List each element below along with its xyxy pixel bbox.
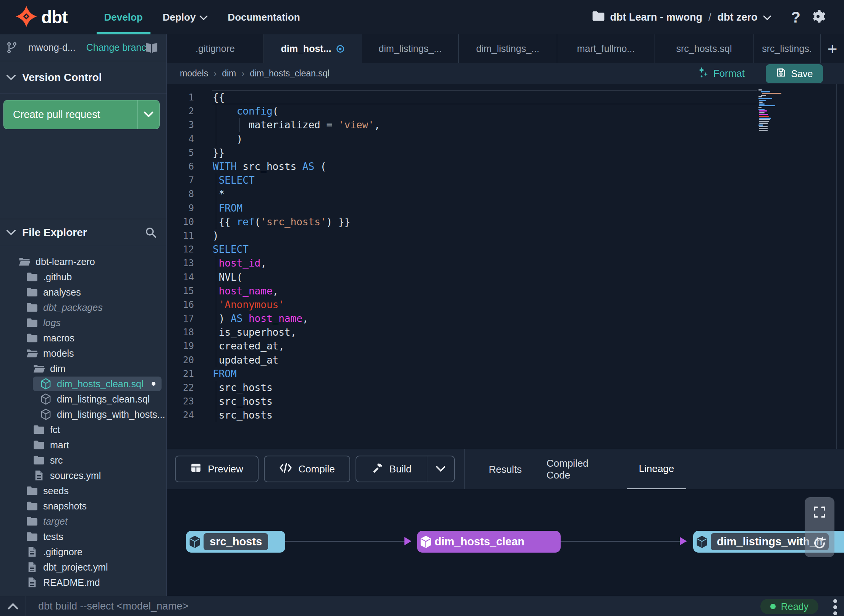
minimap-line — [761, 95, 766, 96]
code-line[interactable]: 10 {{ ref('src_hosts') }} — [167, 215, 844, 229]
code-line[interactable]: 21FROM — [167, 367, 844, 381]
dbt-logo[interactable]: dbt — [15, 5, 68, 29]
create-pull-request-button[interactable]: Create pull request — [3, 100, 160, 129]
file-tree-label: fct — [50, 424, 60, 435]
file-tree-item[interactable]: dbt-learn-zero — [0, 254, 167, 269]
file-icon — [26, 577, 38, 588]
file-tree-item[interactable]: dbt_packages — [0, 300, 167, 315]
new-tab-button[interactable]: + — [821, 34, 844, 63]
compile-label: Compile — [298, 463, 335, 475]
file-tab[interactable]: .gitignore — [167, 34, 264, 63]
file-tree-item[interactable]: src — [0, 453, 167, 468]
file-tree-item[interactable]: macros — [0, 330, 167, 346]
nav-item-label: Documentation — [228, 11, 300, 23]
file-tabs: .gitignoredim_host...dim_listings_...dim… — [167, 34, 821, 63]
code-line[interactable]: 14 NVL( — [167, 270, 844, 284]
change-branch-link[interactable]: Change branch — [86, 42, 152, 53]
code-line[interactable]: 1{{ — [167, 91, 844, 104]
file-tree-item[interactable]: dbt_project.yml — [0, 559, 167, 575]
file-tree-item[interactable]: dim_listings_clean.sql — [0, 391, 167, 407]
tab-compiled-code[interactable]: Compiled Code — [546, 449, 614, 490]
indent-guide — [216, 381, 216, 422]
breadcrumb-item[interactable]: dim — [222, 68, 236, 79]
file-tree-item[interactable]: fct — [0, 422, 167, 437]
version-control-section[interactable]: Version Control — [0, 61, 167, 94]
file-tab[interactable]: src_hosts.sql — [655, 34, 753, 63]
minimap[interactable] — [758, 89, 781, 131]
file-tab[interactable]: dim_host... — [264, 34, 362, 63]
code-line[interactable]: 23 src_hosts — [167, 394, 844, 408]
code-line[interactable]: 19 created_at, — [167, 339, 844, 353]
build-dropdown-caret[interactable] — [427, 456, 454, 482]
code-line[interactable]: 6WITH src_hosts AS ( — [167, 160, 844, 173]
build-button[interactable]: Build — [356, 456, 427, 482]
fullscreen-icon[interactable] — [813, 506, 826, 520]
gear-icon[interactable] — [810, 9, 826, 26]
file-tab[interactable]: dim_listings_... — [459, 34, 557, 63]
preview-button[interactable]: Preview — [175, 456, 259, 482]
file-tree-item[interactable]: sources.yml — [0, 468, 167, 483]
lineage-canvas[interactable]: src_hosts dim_hosts_clean dim_listings_w… — [167, 489, 844, 596]
code-line[interactable]: 17 ) AS host_name, — [167, 312, 844, 325]
search-icon[interactable] — [145, 226, 157, 239]
file-tree-item[interactable]: dim_listings_with_hosts... — [0, 407, 167, 422]
branch-name: mwong-d... — [28, 42, 76, 53]
file-tree-item[interactable]: tests — [0, 529, 167, 544]
file-tree-item[interactable]: dim_hosts_clean.sql — [0, 376, 167, 391]
save-button[interactable]: Save — [766, 64, 823, 83]
file-tab[interactable]: dim_listings_... — [362, 34, 459, 63]
pr-dropdown-caret[interactable] — [138, 100, 159, 129]
tab-results[interactable]: Results — [489, 449, 522, 490]
file-icon — [26, 562, 38, 572]
project-selector[interactable]: dbt Learn - mwong / dbt zero — [592, 11, 771, 24]
file-explorer-section[interactable]: File Explorer — [0, 219, 167, 246]
file-tree-item[interactable]: logs — [0, 315, 167, 330]
command-input[interactable] — [38, 600, 535, 612]
code-line[interactable]: 16 'Anonymous' — [167, 298, 844, 312]
file-tree-item[interactable]: .gitignore — [0, 544, 167, 559]
compile-button[interactable]: Compile — [264, 456, 350, 482]
docs-book-icon[interactable] — [145, 42, 158, 53]
file-tree-item[interactable]: dim — [0, 361, 167, 376]
kebab-menu-icon[interactable] — [833, 599, 837, 615]
create-pull-request-label[interactable]: Create pull request — [4, 100, 138, 129]
code-line[interactable]: 9 FROM — [167, 201, 844, 215]
code-line[interactable]: 2 config( — [167, 104, 844, 118]
code-editor[interactable]: 1{{2 config(3 materialized = 'view',4 )5… — [167, 84, 844, 449]
lineage-node-dim-hosts-clean[interactable]: dim_hosts_clean — [417, 531, 561, 553]
format-button[interactable]: Format — [697, 66, 745, 81]
file-tree-item[interactable]: analyses — [0, 285, 167, 300]
tab-lineage[interactable]: Lineage — [627, 449, 686, 490]
file-tree-item[interactable]: .github — [0, 269, 167, 285]
file-tree-item[interactable]: snapshots — [0, 498, 167, 514]
file-tab[interactable]: src_listings. — [753, 34, 821, 63]
code-line[interactable]: 8 * — [167, 187, 844, 201]
file-tree-item[interactable]: models — [0, 346, 167, 361]
breadcrumb-item[interactable]: models — [180, 68, 208, 79]
lineage-node-src-hosts[interactable]: src_hosts — [186, 531, 285, 553]
file-tree-item[interactable]: README.md — [0, 575, 167, 590]
nav-item-deploy[interactable]: Deploy — [153, 0, 218, 34]
code-line[interactable]: 5}} — [167, 146, 844, 160]
nav-item-documentation[interactable]: Documentation — [218, 0, 310, 34]
file-tree-item[interactable]: target — [0, 514, 167, 529]
file-tree-item[interactable]: mart — [0, 437, 167, 453]
help-icon[interactable]: ? — [791, 9, 800, 26]
code-line[interactable]: 3 materialized = 'view', — [167, 118, 844, 132]
refresh-icon[interactable] — [813, 536, 826, 551]
file-tree-item[interactable]: seeds — [0, 483, 167, 498]
code-line[interactable]: 24 src_hosts — [167, 408, 844, 422]
code-line[interactable]: 15 host_name, — [167, 284, 844, 298]
code-line[interactable]: 4 ) — [167, 132, 844, 146]
code-line[interactable]: 7 SELECT — [167, 173, 844, 187]
code-line[interactable]: 20 updated_at — [167, 353, 844, 367]
breadcrumb-item[interactable]: dim_hosts_clean.sql — [250, 68, 329, 79]
code-line[interactable]: 13 host_id, — [167, 256, 844, 270]
chevron-up-icon[interactable] — [0, 596, 26, 616]
code-line[interactable]: 12SELECT — [167, 243, 844, 256]
file-tab[interactable]: mart_fullmo... — [557, 34, 655, 63]
code-line[interactable]: 11) — [167, 229, 844, 243]
nav-item-develop[interactable]: Develop — [94, 0, 153, 34]
code-line[interactable]: 22 src_hosts — [167, 381, 844, 394]
code-line[interactable]: 18 is_superhost, — [167, 325, 844, 339]
